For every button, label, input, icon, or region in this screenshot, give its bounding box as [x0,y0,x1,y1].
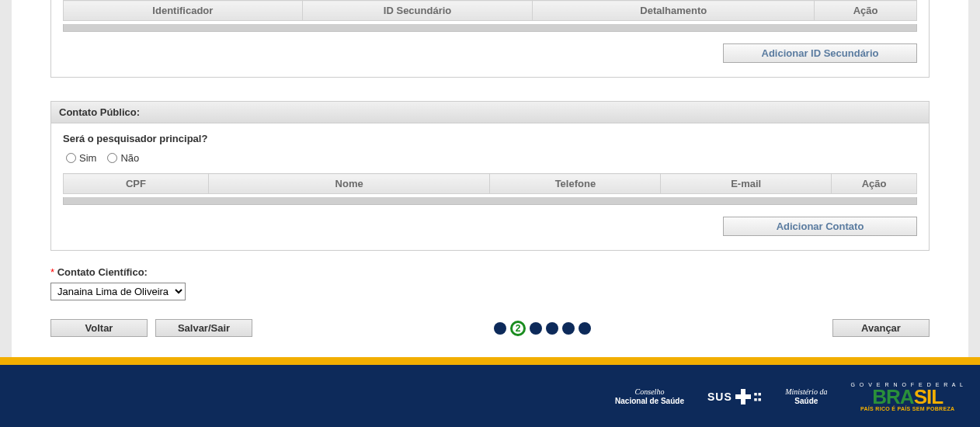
add-secondary-id-button[interactable]: Adicionar ID Secundário [723,43,917,63]
col-telefone: Telefone [490,174,661,194]
brasil-part1: BRA [872,388,913,405]
step-dot-6[interactable] [579,322,591,335]
step-dot-5[interactable] [562,322,575,335]
principal-researcher-question: Será o pesquisador principal? [63,133,917,144]
col-email: E-mail [661,174,832,194]
public-contact-table: CPF Nome Telefone E-mail Ação [63,173,917,194]
col-id-secundario: ID Secundário [302,1,533,21]
step-indicator: 2 [494,321,591,336]
col-acao: Ação [815,1,917,21]
footer-yellow-bar [0,357,980,365]
scientific-contact-label: Contato Científico: [57,266,148,278]
save-exit-button[interactable]: Salvar/Sair [155,319,252,337]
radio-nao[interactable] [107,153,117,163]
radio-sim-label[interactable]: Sim [66,152,96,164]
col-identificador: Identificador [64,1,303,21]
col-acao-contato: Ação [832,174,917,194]
step-dot-4[interactable] [546,322,558,335]
public-contact-header: Contato Público: [51,102,929,123]
col-cpf: CPF [64,174,209,194]
add-contact-button[interactable]: Adicionar Contato [723,217,917,236]
scientific-contact-field: * Contato Científico: Janaina Lima de Ol… [50,266,930,300]
brasil-part2: SIL [914,388,943,405]
back-button[interactable]: Voltar [50,319,148,337]
secondary-id-table: Identificador ID Secundário Detalhamento… [63,0,917,21]
public-contact-panel: Contato Público: Será o pesquisador prin… [50,101,930,251]
step-dot-3[interactable] [530,322,542,335]
conselho-bot: Nacional de Saúde [615,397,684,406]
brasil-logo: G O V E R N O F E D E R A L BRASIL PAÍS … [850,382,964,411]
sus-logo: SUS ■■■■ [707,389,762,404]
contact-table-footer-bar [63,197,917,205]
step-dot-2-active[interactable]: 2 [510,321,526,336]
conselho-logo: Conselho Nacional de Saúde [615,387,684,406]
nav-section: Voltar Salvar/Sair 2 Avançar [50,319,930,337]
required-icon: * [50,266,57,278]
col-detalhamento: Detalhamento [533,1,815,21]
scientific-contact-select[interactable]: Janaina Lima de Oliveira [50,283,186,300]
ministerio-bot: Saúde [785,397,827,406]
sus-text: SUS [707,391,732,404]
secondary-id-panel: Identificador ID Secundário Detalhamento… [50,0,930,78]
governo-federal-bot: PAÍS RICO É PAÍS SEM POBREZA [860,406,954,411]
radio-nao-text: Não [120,152,139,164]
radio-nao-label[interactable]: Não [107,152,139,164]
sus-small-text: ■■■■ [754,391,762,402]
col-nome: Nome [208,174,490,194]
ministerio-top: Ministério da [785,387,827,397]
cross-icon [735,389,751,404]
radio-sim-text: Sim [79,152,96,164]
step-dot-1[interactable] [494,322,506,335]
conselho-top: Conselho [615,387,684,397]
table-footer-bar [63,24,917,32]
brasil-text: BRASIL [872,388,943,405]
advance-button[interactable]: Avançar [832,319,930,337]
radio-sim[interactable] [66,153,76,163]
ministerio-logo: Ministério da Saúde [785,387,827,406]
page-footer: Conselho Nacional de Saúde SUS ■■■■ Mini… [0,365,980,427]
